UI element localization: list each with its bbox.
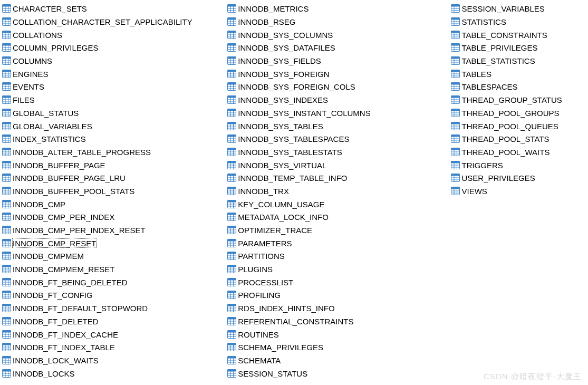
table-item[interactable]: SESSION_VARIABLES bbox=[450, 2, 587, 15]
table-item-label: THREAD_POOL_STATS bbox=[461, 134, 549, 143]
table-item[interactable]: INNODB_CMP_RESET bbox=[1, 236, 226, 249]
table-item[interactable]: INNODB_SYS_FOREIGN bbox=[226, 67, 450, 80]
table-item[interactable]: VIEWS bbox=[450, 185, 587, 198]
table-item-label: ENGINES bbox=[13, 70, 49, 78]
table-item[interactable]: INNODB_SYS_INDEXES bbox=[226, 93, 450, 107]
table-item[interactable]: PROCESSLIST bbox=[226, 275, 450, 288]
table-item[interactable]: COLLATION_CHARACTER_SET_APPLICABILITY bbox=[1, 15, 226, 28]
table-item[interactable]: INNODB_TEMP_TABLE_INFO bbox=[226, 171, 450, 185]
table-item[interactable]: INNODB_SYS_FIELDS bbox=[226, 54, 450, 68]
table-item[interactable]: GLOBAL_VARIABLES bbox=[1, 119, 226, 132]
table-item[interactable]: INNODB_LOCK_WAITS bbox=[1, 354, 226, 367]
table-item[interactable]: INNODB_SYS_DATAFILES bbox=[226, 41, 450, 54]
table-item[interactable]: INNODB_FT_INDEX_TABLE bbox=[1, 341, 226, 354]
table-item[interactable]: THREAD_POOL_GROUPS bbox=[450, 107, 587, 120]
table-item[interactable]: INNODB_CMP_PER_INDEX bbox=[1, 210, 226, 224]
table-item[interactable]: INNODB_FT_DEFAULT_STOPWORD bbox=[1, 302, 226, 315]
table-column: INNODB_METRICSINNODB_RSEGINNODB_SYS_COLU… bbox=[226, 2, 450, 380]
table-item-label: TRIGGERS bbox=[461, 161, 503, 169]
table-item[interactable]: ENGINES bbox=[1, 67, 226, 80]
table-item[interactable]: INNODB_FT_BEING_DELETED bbox=[1, 275, 226, 288]
table-icon bbox=[227, 187, 236, 195]
table-item-label: RDS_INDEX_HINTS_INFO bbox=[238, 304, 334, 312]
table-column: SESSION_VARIABLESSTATISTICSTABLE_CONSTRA… bbox=[450, 2, 587, 197]
table-item[interactable]: THREAD_GROUP_STATUS bbox=[450, 93, 587, 107]
table-item[interactable]: INNODB_SYS_TABLES bbox=[226, 119, 450, 132]
table-item[interactable]: INNODB_CMP bbox=[1, 197, 226, 210]
table-item[interactable]: TABLE_CONSTRAINTS bbox=[450, 28, 587, 41]
table-item[interactable]: INNODB_SYS_TABLESPACES bbox=[226, 132, 450, 146]
table-item[interactable]: TABLESPACES bbox=[450, 80, 587, 93]
table-item-label: INNODB_FT_INDEX_TABLE bbox=[13, 343, 115, 351]
table-item[interactable]: INDEX_STATISTICS bbox=[1, 132, 226, 146]
table-item-label: INNODB_SYS_TABLESPACES bbox=[238, 134, 349, 143]
table-item[interactable]: TABLE_STATISTICS bbox=[450, 54, 587, 68]
table-item[interactable]: PLUGINS bbox=[226, 263, 450, 276]
table-item-label: PARAMETERS bbox=[238, 239, 292, 247]
table-item[interactable]: INNODB_CMP_PER_INDEX_RESET bbox=[1, 224, 226, 237]
table-item[interactable]: INNODB_BUFFER_PAGE_LRU bbox=[1, 171, 226, 185]
table-item[interactable]: SCHEMATA bbox=[226, 354, 450, 367]
table-item[interactable]: ROUTINES bbox=[226, 328, 450, 341]
table-item[interactable]: CHARACTER_SETS bbox=[1, 2, 226, 15]
table-item[interactable]: INNODB_LOCKS bbox=[1, 367, 226, 380]
table-item[interactable]: METADATA_LOCK_INFO bbox=[226, 210, 450, 224]
table-item[interactable]: INNODB_SYS_VIRTUAL bbox=[226, 158, 450, 171]
table-item-label: METADATA_LOCK_INFO bbox=[238, 213, 329, 221]
table-item-label: PARTITIONS bbox=[238, 252, 285, 260]
table-item[interactable]: FILES bbox=[1, 93, 226, 107]
table-item[interactable]: INNODB_SYS_COLUMNS bbox=[226, 28, 450, 41]
table-item[interactable]: INNODB_SYS_FOREIGN_COLS bbox=[226, 80, 450, 93]
table-item[interactable]: INNODB_FT_DELETED bbox=[1, 315, 226, 328]
table-item[interactable]: STATISTICS bbox=[450, 15, 587, 28]
table-item[interactable]: INNODB_METRICS bbox=[226, 2, 450, 15]
table-icon bbox=[2, 200, 11, 208]
table-item[interactable]: COLLATIONS bbox=[1, 28, 226, 41]
table-item[interactable]: REFERENTIAL_CONSTRAINTS bbox=[226, 315, 450, 328]
table-item[interactable]: TRIGGERS bbox=[450, 158, 587, 171]
table-item[interactable]: INNODB_SYS_TABLESTATS bbox=[226, 146, 450, 159]
table-item-label: THREAD_GROUP_STATUS bbox=[461, 95, 562, 104]
table-item[interactable]: RDS_INDEX_HINTS_INFO bbox=[226, 302, 450, 315]
table-item-label: COLUMN_PRIVILEGES bbox=[13, 43, 99, 52]
table-item[interactable]: THREAD_POOL_STATS bbox=[450, 132, 587, 146]
table-icon bbox=[227, 213, 236, 221]
table-item[interactable]: PARTITIONS bbox=[226, 249, 450, 263]
table-icon bbox=[227, 200, 236, 208]
table-item[interactable]: GLOBAL_STATUS bbox=[1, 107, 226, 120]
table-icon bbox=[2, 265, 11, 273]
table-item[interactable]: INNODB_FT_INDEX_CACHE bbox=[1, 328, 226, 341]
table-item[interactable]: USER_PRIVILEGES bbox=[450, 171, 587, 185]
table-item[interactable]: PROFILING bbox=[226, 288, 450, 302]
table-item[interactable]: SESSION_STATUS bbox=[226, 367, 450, 380]
table-item[interactable]: THREAD_POOL_QUEUES bbox=[450, 119, 587, 132]
table-icon bbox=[2, 330, 11, 339]
table-icon bbox=[227, 304, 236, 312]
table-item[interactable]: THREAD_POOL_WAITS bbox=[450, 146, 587, 159]
table-item-label: INNODB_SYS_INSTANT_COLUMNS bbox=[238, 109, 370, 117]
table-item[interactable]: INNODB_ALTER_TABLE_PROGRESS bbox=[1, 146, 226, 159]
table-item[interactable]: SCHEMA_PRIVILEGES bbox=[226, 341, 450, 354]
table-item[interactable]: INNODB_SYS_INSTANT_COLUMNS bbox=[226, 107, 450, 120]
table-item-label: TABLE_PRIVILEGES bbox=[461, 43, 537, 52]
table-item-label: GLOBAL_VARIABLES bbox=[13, 122, 92, 130]
table-item[interactable]: INNODB_TRX bbox=[226, 185, 450, 198]
table-item[interactable]: OPTIMIZER_TRACE bbox=[226, 224, 450, 237]
table-item[interactable]: KEY_COLUMN_USAGE bbox=[226, 197, 450, 210]
table-icon bbox=[2, 122, 11, 130]
table-item[interactable]: INNODB_BUFFER_PAGE bbox=[1, 158, 226, 171]
table-item[interactable]: COLUMN_PRIVILEGES bbox=[1, 41, 226, 54]
table-item[interactable]: INNODB_CMPMEM bbox=[1, 249, 226, 263]
table-item[interactable]: INNODB_RSEG bbox=[226, 15, 450, 28]
table-item[interactable]: INNODB_BUFFER_POOL_STATS bbox=[1, 185, 226, 198]
table-item[interactable]: TABLES bbox=[450, 67, 587, 80]
table-item[interactable]: INNODB_CMPMEM_RESET bbox=[1, 263, 226, 276]
table-item[interactable]: TABLE_PRIVILEGES bbox=[450, 41, 587, 54]
table-item-label: INNODB_TEMP_TABLE_INFO bbox=[238, 174, 347, 182]
table-icon bbox=[451, 31, 460, 39]
table-item[interactable]: INNODB_FT_CONFIG bbox=[1, 288, 226, 302]
table-item[interactable]: COLUMNS bbox=[1, 54, 226, 68]
table-item[interactable]: EVENTS bbox=[1, 80, 226, 93]
table-item[interactable]: PARAMETERS bbox=[226, 236, 450, 249]
table-item-label: INNODB_FT_INDEX_CACHE bbox=[13, 330, 118, 339]
